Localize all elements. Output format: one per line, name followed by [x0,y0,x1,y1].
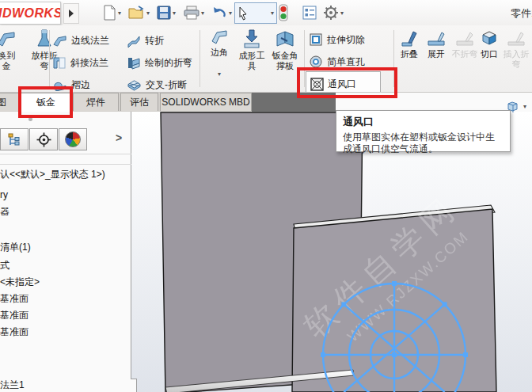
ribbon-separator [49,30,50,87]
report-list-icon [302,6,317,20]
open-dropdown-arrow[interactable]: ▾ [146,10,150,17]
tree-item-sensors[interactable]: 器 [0,205,10,219]
panel-divider [0,154,131,154]
sketched-bend-icon [127,56,141,70]
annotation-box-vent [297,67,397,98]
tab-evaluate[interactable]: 评估 [120,93,158,111]
solidworks-logo-text: IDWORKS [0,6,61,21]
tree-item-top-plane[interactable]: 基准面 [0,309,28,322]
flyout-arrow-icon [69,10,74,17]
settings-dropdown-arrow[interactable]: ▾ [340,10,344,17]
convert-to-sheet-metal-button[interactable]: 换到 金 [0,29,25,71]
feature-tree-icon [7,132,21,147]
unfold-icon [427,29,446,48]
sheet-metal-gusset-icon [275,29,295,49]
corner-button[interactable]: 边角 ▾ [203,29,236,79]
no-bends-icon [455,29,474,48]
tab-solidworks-mbd[interactable]: SOLIDWORKS MBD [160,93,252,111]
convert-to-sheet-metal-icon [0,29,17,49]
select-cursor-icon [238,6,249,21]
insert-bends-icon [507,29,526,48]
tree-item-front-plane[interactable]: 基准面 [0,292,28,306]
tab-display-manager[interactable] [59,128,87,150]
miter-flange-icon [52,56,66,70]
panel-tabs-expand-chevron[interactable]: > [116,131,122,144]
panel-divider [0,164,131,165]
undo-arrow-icon [211,6,227,20]
save-button[interactable]: ▾ [157,5,176,21]
document-title: 零件1 [511,6,532,21]
tree-item-material[interactable]: <未指定> [0,276,40,289]
tooltip-body-line2: 成通风口供空气流通。 [343,143,504,155]
new-dropdown-arrow[interactable]: ▾ [118,10,121,17]
solidworks-window: IDWORKS ▾ ▾ ▾ ▾ ▾ ▾ ▾ 零件1 换到 金 [0,0,532,392]
vent-tooltip: 通风口 使用草图实体在塑料或钣金设计中生 成通风口供空气流通。 [336,110,511,152]
tab-weldments[interactable]: 焊件 [73,93,119,111]
forming-tool-button[interactable]: 成形工 具 [236,29,268,71]
tab-feature-manager-tree[interactable] [0,128,28,150]
display-manager-sphere-icon [65,131,81,147]
tree-item-history[interactable]: ry [0,189,8,200]
tree-item-configuration[interactable]: 认<<默认>_显示状态 1>) [0,168,105,181]
options-list-button[interactable] [302,5,317,21]
save-floppy-icon [157,6,171,20]
select-tool-button[interactable]: ▾ [234,2,277,24]
save-dropdown-arrow[interactable]: ▾ [173,10,176,17]
menu-flyout-button[interactable] [63,3,79,24]
print-dropdown-arrow[interactable]: ▾ [201,10,204,17]
new-document-icon [103,5,116,21]
undo-button[interactable]: ▾ [211,5,232,21]
corner-dropdown-arrow[interactable]: ▾ [203,69,236,79]
jog-icon [127,34,141,48]
fold-icon [400,29,419,48]
sheet-metal-gusset-button[interactable]: 钣金角 撑板 [268,29,302,71]
extruded-cut-button[interactable]: 拉伸切除 [309,29,365,50]
tooltip-body-line1: 使用草图实体在塑料或钣金设计中生 [343,131,504,143]
fold-button[interactable]: 折叠 [396,29,423,59]
print-button[interactable]: ▾ [184,5,204,21]
edge-flange-icon [52,34,67,48]
unfold-button[interactable]: 展开 [423,29,450,59]
view-settings-dropdown-arrow[interactable]: ▾ [523,103,526,110]
property-manager-target-icon [36,132,51,147]
solidworks-logo: IDWORKS [0,2,61,25]
lofted-bend-icon [35,29,54,49]
miter-flange-button[interactable]: 斜接法兰 [52,52,108,73]
open-folder-icon [128,6,145,20]
printer-icon [184,6,200,20]
select-dropdown-arrow[interactable]: ▾ [271,10,274,17]
jog-button[interactable]: 转折 [127,30,164,51]
ribbon-separator [200,30,200,87]
rip-icon [480,29,499,48]
tooltip-title: 通风口 [343,115,504,129]
tree-item-right-plane[interactable]: 基准面 [0,325,28,339]
cross-break-icon [127,78,142,91]
tab-property-manager[interactable] [29,128,58,150]
extruded-cut-icon [309,32,323,47]
insert-bends-button: 插入折 弯 [500,29,532,70]
settings-button[interactable]: ▾ [323,5,344,21]
tab-sketch[interactable]: 图 [0,93,19,111]
interference-check-button[interactable] [279,5,288,21]
no-bends-button: 不折弯 [450,29,480,59]
tree-item-equations[interactable]: 式 [0,259,10,272]
corner-icon [210,29,229,46]
annotation-box-sheet-metal-tab [18,86,73,118]
open-document-button[interactable]: ▾ [128,5,150,21]
new-document-button[interactable]: ▾ [103,5,121,21]
tree-item-base-flange[interactable]: 法兰1 [0,379,25,392]
undo-dropdown-arrow[interactable]: ▾ [229,10,232,17]
sketched-bend-button[interactable]: 绘制的折弯 [127,52,192,73]
edge-flange-button[interactable]: 边线法兰 [52,30,109,51]
gear-icon [323,5,339,21]
traffic-light-icon [279,4,288,21]
rip-button[interactable]: 切口 [478,29,500,59]
forming-tool-icon [243,29,260,49]
tree-item-cut-list[interactable]: 清单(1) [0,241,31,254]
panel-border-notch [131,379,137,392]
